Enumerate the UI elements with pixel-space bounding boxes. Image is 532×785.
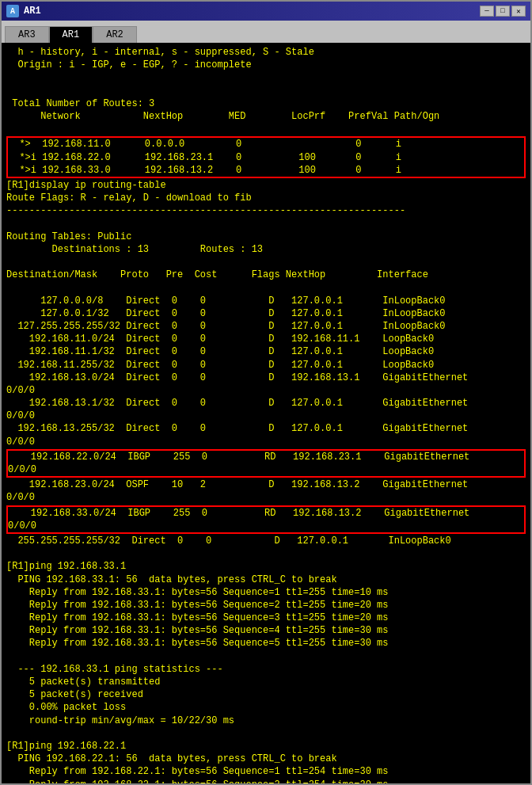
window-title: AR1 bbox=[24, 6, 41, 17]
ospf-row-cont: 0/0/0 bbox=[6, 492, 35, 503]
ibgp-row-2: 192.168.33.0/24 IBGP 255 0 RD 192.168.13… bbox=[8, 508, 469, 519]
line-destinations: Destinations : 13 Routes : 13 bbox=[6, 244, 263, 255]
minimize-button[interactable]: — bbox=[480, 6, 494, 17]
line-history: h - history, i - internal, s - suppresse… bbox=[6, 47, 314, 58]
rt-row-5: 192.168.11.1/32 Direct 0 0 D 127.0.0.1 L… bbox=[6, 346, 434, 357]
tab-ar1[interactable]: AR1 bbox=[49, 26, 93, 43]
title-bar-left: A AR1 bbox=[6, 5, 41, 17]
ping-reply-1-5: Reply from 192.168.33.1: bytes=56 Sequen… bbox=[6, 638, 388, 649]
ping-cmd-1: [R1]ping 192.168.33.1 bbox=[6, 561, 126, 572]
ping-reply-1-4: Reply from 192.168.33.1: bytes=56 Sequen… bbox=[6, 625, 388, 636]
ping-stats-1-tx: 5 packet(s) transmitted bbox=[6, 676, 160, 688]
tab-ar3[interactable]: AR3 bbox=[5, 26, 49, 43]
rt-row-7: 192.168.13.0/24 Direct 0 0 D 192.168.13.… bbox=[6, 372, 468, 383]
rt-row-2: 127.0.0.1/32 Direct 0 0 D 127.0.0.1 InLo… bbox=[6, 308, 446, 319]
ping-stats-1-rx: 5 packet(s) received bbox=[6, 689, 143, 700]
close-button[interactable]: ✕ bbox=[511, 6, 526, 17]
rt-row-6: 192.168.11.255/32 Direct 0 0 D 127.0.0.1… bbox=[6, 360, 434, 371]
line-display-cmd: [R1]display ip routing-table bbox=[6, 180, 166, 191]
tab-bar: AR3 AR1 AR2 bbox=[2, 21, 530, 43]
line-route-flags: Route Flags: R - relay, D - download to … bbox=[6, 192, 252, 204]
line-routing-tables: Routing Tables: Public bbox=[6, 231, 131, 242]
ospf-row: 192.168.23.0/24 OSPF 10 2 D 192.168.13.2… bbox=[6, 479, 468, 490]
title-bar: A AR1 — □ ✕ bbox=[2, 2, 530, 21]
terminal-output[interactable]: h - history, i - internal, s - suppresse… bbox=[2, 43, 530, 783]
line-rt-header: Destination/Mask Proto Pre Cost Flags Ne… bbox=[6, 269, 428, 280]
maximize-button[interactable]: □ bbox=[496, 6, 510, 17]
rt-row-8-cont: 0/0/0 bbox=[6, 410, 35, 421]
bgp-route-3: *>i 192.168.33.0 192.168.13.2 0 100 0 i bbox=[8, 165, 401, 176]
ibgp-route-2-block: 192.168.33.0/24 IBGP 255 0 RD 192.168.13… bbox=[6, 505, 526, 534]
ping-reply-2-2: Reply from 192.168.22.1: bytes=56 Sequen… bbox=[6, 779, 388, 784]
line-origin: Origin : i - IGP, e - EGP, ? - incomplet… bbox=[6, 59, 252, 70]
ping-stats-1-loss: 0.00% packet loss bbox=[6, 702, 126, 713]
ping-reply-1-2: Reply from 192.168.33.1: bytes=56 Sequen… bbox=[6, 600, 388, 611]
rt-row-9: 192.168.13.255/32 Direct 0 0 D 127.0.0.1… bbox=[6, 423, 468, 434]
tab-ar2[interactable]: AR2 bbox=[93, 26, 137, 43]
bgp-route-1: *> 192.168.11.0 0.0.0.0 0 0 i bbox=[8, 139, 401, 150]
rt-row-8: 192.168.13.1/32 Direct 0 0 D 127.0.0.1 G… bbox=[6, 398, 468, 409]
ibgp-row-1: 192.168.22.0/24 IBGP 255 0 RD 192.168.23… bbox=[8, 452, 469, 463]
main-window: A AR1 — □ ✕ AR3 AR1 AR2 h - history, i -… bbox=[0, 0, 532, 785]
rt-row-3: 127.255.255.255/32 Direct 0 0 D 127.0.0.… bbox=[6, 321, 446, 332]
line-route-header: Network NextHop MED LocPrf PrefVal Path/… bbox=[6, 111, 439, 122]
bgp-routes-block: *> 192.168.11.0 0.0.0.0 0 0 i *>i 192.16… bbox=[6, 136, 526, 178]
rt-row-4: 192.168.11.0/24 Direct 0 0 D 192.168.11.… bbox=[6, 333, 434, 345]
bgp-route-2: *>i 192.168.22.0 192.168.23.1 0 100 0 i bbox=[8, 152, 401, 163]
ping-stats-1-header: --- 192.168.33.1 ping statistics --- bbox=[6, 664, 223, 675]
rt-row-9-cont: 0/0/0 bbox=[6, 436, 35, 448]
ping-reply-2-1: Reply from 192.168.22.1: bytes=56 Sequen… bbox=[6, 766, 388, 777]
ping-header-2: PING 192.168.22.1: 56 data bytes, press … bbox=[6, 753, 337, 764]
rt-row-last: 255.255.255.255/32 Direct 0 0 D 127.0.0.… bbox=[6, 535, 451, 547]
line-separator: ----------------------------------------… bbox=[6, 205, 405, 216]
rt-row-1: 127.0.0.0/8 Direct 0 0 D 127.0.0.1 InLoo… bbox=[6, 295, 446, 307]
ibgp-row-2-cont: 0/0/0 bbox=[8, 520, 36, 532]
ibgp-route-1-block: 192.168.22.0/24 IBGP 255 0 RD 192.168.23… bbox=[6, 449, 526, 478]
ping-stats-1-rtt: round-trip min/avg/max = 10/22/30 ms bbox=[6, 715, 234, 726]
app-icon: A bbox=[6, 5, 19, 17]
line-total-routes: Total Number of Routes: 3 bbox=[6, 98, 154, 109]
ping-header-1: PING 192.168.33.1: 56 data bytes, press … bbox=[6, 574, 337, 585]
rt-row-7-cont: 0/0/0 bbox=[6, 385, 35, 396]
ibgp-row-1-cont: 0/0/0 bbox=[8, 464, 36, 475]
ping-reply-1-3: Reply from 192.168.33.1: bytes=56 Sequen… bbox=[6, 612, 388, 623]
ping-cmd-2: [R1]ping 192.168.22.1 bbox=[6, 741, 126, 752]
window-controls[interactable]: — □ ✕ bbox=[480, 6, 526, 17]
ping-reply-1-1: Reply from 192.168.33.1: bytes=56 Sequen… bbox=[6, 587, 388, 598]
